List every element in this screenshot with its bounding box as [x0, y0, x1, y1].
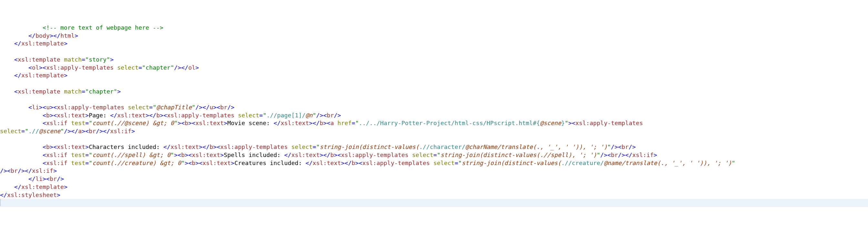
line-page: <b><xsl:text>Page: </xsl:text></b><xsl:a…	[42, 112, 341, 119]
tag-close-stylesheet: </xsl:stylesheet>	[0, 192, 60, 198]
line-spells: <xsl:if test="count(.//spell) &gt; 0"><b…	[42, 151, 657, 158]
tag-close-template-chapter: </xsl:template>	[14, 183, 67, 190]
code-block: <!-- more text of webpage here --> </bod…	[0, 24, 868, 207]
tag-open-template-story: <xsl:template match="story">	[14, 56, 114, 63]
tag-close-template: </xsl:template>	[14, 40, 67, 47]
line-close-li: </li><br/>	[28, 175, 64, 182]
tag-open-template-chapter: <xsl:template match="chapter">	[14, 88, 121, 95]
line-li-chaptitle: <li><u><xsl:apply-templates select="@cha…	[28, 104, 235, 110]
text-cursor	[0, 199, 0, 206]
tag-close-body: </body></html>	[28, 32, 78, 39]
line-creatures: <xsl:if test="count(.//creature) &gt; 0"…	[0, 160, 735, 174]
tag-close-template-story: </xsl:template>	[14, 72, 67, 79]
xml-comment: <!-- more text of webpage here -->	[42, 24, 163, 31]
line-characters: <b><xsl:text>Characters included: </xsl:…	[42, 143, 636, 150]
cursor-line[interactable]	[0, 199, 868, 207]
line-scene: <xsl:if test="count(.//@scene) &gt; 0"><…	[0, 120, 646, 134]
line-ol-apply-chapter: <ol><xsl:apply-templates select="chapter…	[28, 64, 199, 71]
